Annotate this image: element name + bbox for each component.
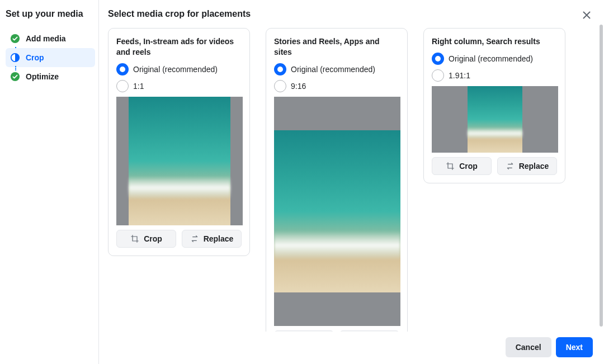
step-list: Add media Crop Optimize <box>6 29 95 86</box>
media-image <box>129 97 230 225</box>
swap-icon <box>506 162 515 171</box>
replace-button[interactable]: Replace <box>497 157 557 175</box>
page-title: Select media crop for placements <box>108 9 251 19</box>
close-button[interactable] <box>581 9 593 21</box>
scroll-thumb[interactable] <box>600 25 603 327</box>
step-optimize[interactable]: Optimize <box>6 67 95 86</box>
placement-card-right-column: Right column, Search results Original (r… <box>423 28 565 183</box>
check-circle-icon <box>10 34 20 44</box>
content: Feeds, In-stream ads for videos and reel… <box>99 28 604 332</box>
crop-icon <box>446 162 455 171</box>
media-image <box>274 130 400 292</box>
check-circle-icon <box>10 72 20 82</box>
footer: Cancel Next <box>99 332 604 364</box>
replace-label: Replace <box>519 162 549 171</box>
radio-icon <box>116 63 129 75</box>
step-crop[interactable]: Crop <box>6 48 95 67</box>
placement-cards: Feeds, In-stream ads for videos and reel… <box>108 28 595 332</box>
radio-original[interactable]: Original (recommended) <box>432 53 557 65</box>
card-title: Right column, Search results <box>432 36 557 47</box>
sidebar: Set up your media Add media Crop Optimiz… <box>0 0 99 364</box>
media-preview <box>274 97 400 326</box>
radio-original[interactable]: Original (recommended) <box>116 63 242 75</box>
radio-label: 9:16 <box>291 82 306 91</box>
placement-card-stories: Stories and Reels, Apps and sites Origin… <box>266 28 408 332</box>
crop-icon <box>130 234 139 243</box>
radio-icon <box>116 80 129 92</box>
radio-icon <box>274 63 286 75</box>
crop-label: Crop <box>459 162 478 171</box>
card-title: Feeds, In-stream ads for videos and reel… <box>116 36 242 58</box>
next-label: Next <box>566 343 583 352</box>
header: Select media crop for placements <box>99 0 604 28</box>
half-circle-icon <box>10 53 20 63</box>
media-preview <box>432 86 558 153</box>
radio-icon <box>432 69 444 82</box>
radio-1-91-1[interactable]: 1.91:1 <box>432 69 557 82</box>
step-label: Add media <box>26 34 66 43</box>
scrollbar[interactable] <box>600 25 603 338</box>
replace-button[interactable]: Replace <box>182 230 242 248</box>
card-actions: Crop Replace <box>432 157 557 175</box>
step-add-media[interactable]: Add media <box>6 29 95 48</box>
cancel-button[interactable]: Cancel <box>506 337 551 357</box>
radio-icon <box>274 80 286 92</box>
step-label: Crop <box>26 53 44 62</box>
card-actions: Crop Replace <box>116 230 242 248</box>
crop-button[interactable]: Crop <box>116 230 176 248</box>
crop-button[interactable]: Crop <box>432 157 492 175</box>
radio-1-1[interactable]: 1:1 <box>116 80 242 92</box>
radio-label: 1.91:1 <box>449 71 470 80</box>
cancel-label: Cancel <box>516 343 541 352</box>
media-preview <box>116 97 243 225</box>
replace-label: Replace <box>204 234 234 243</box>
sidebar-title: Set up your media <box>6 9 95 19</box>
step-label: Optimize <box>26 72 59 81</box>
radio-label: 1:1 <box>133 82 144 91</box>
card-title: Stories and Reels, Apps and sites <box>274 36 399 58</box>
radio-original[interactable]: Original (recommended) <box>274 63 399 75</box>
next-button[interactable]: Next <box>556 337 593 357</box>
radio-label: Original (recommended) <box>133 65 218 74</box>
swap-icon <box>190 234 199 243</box>
media-image <box>468 86 522 153</box>
radio-label: Original (recommended) <box>291 65 375 74</box>
placement-card-feeds: Feeds, In-stream ads for videos and reel… <box>108 28 250 256</box>
main: Select media crop for placements Feeds, … <box>99 0 604 364</box>
crop-label: Crop <box>144 234 162 243</box>
radio-icon <box>432 53 444 65</box>
radio-9-16[interactable]: 9:16 <box>274 80 399 92</box>
radio-label: Original (recommended) <box>449 54 533 63</box>
